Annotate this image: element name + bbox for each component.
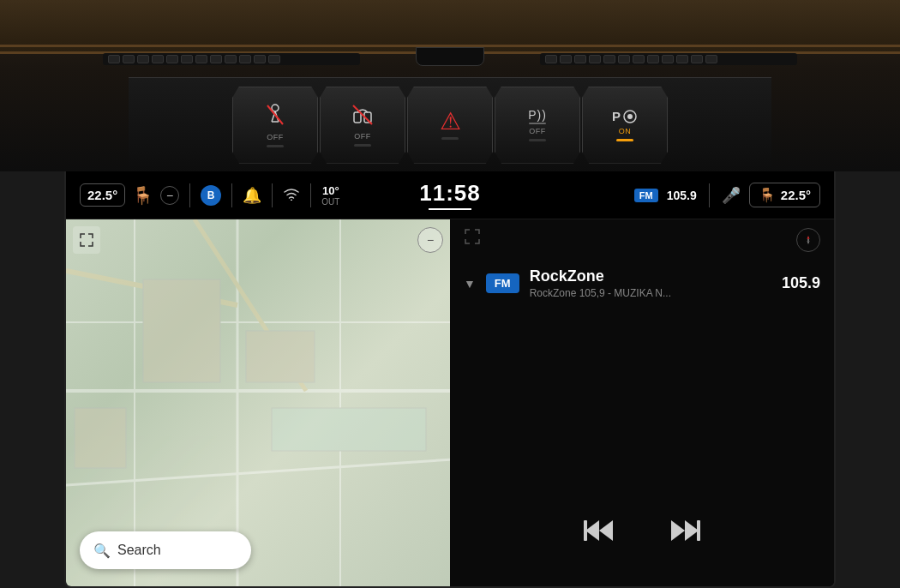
search-bar[interactable]: 🔍 Search [80,531,251,569]
station-row: ▼ FM RockZone RockZone 105,9 - MUZIKA N.… [450,261,834,306]
svg-rect-29 [697,520,700,541]
svg-point-0 [272,105,279,111]
parking-sensor-icon: P)) [528,109,547,121]
station-info: RockZone RockZone 105,9 - MUZIKA N... [530,267,771,299]
svg-rect-19 [143,279,220,382]
svg-rect-5 [354,112,361,123]
status-left: 22.5° 🪑 − B 🔔 [80,183,412,207]
bell-icon[interactable]: 🔔 [243,186,261,205]
station-name: RockZone [530,267,771,285]
leather-top [0,0,900,47]
traction-off-label: OFF [354,132,371,141]
svg-point-10 [291,199,292,201]
temp-left-box[interactable]: 22.5° [80,183,125,207]
clock-display: 11:58 [419,180,481,207]
svg-marker-25 [599,520,613,541]
fm-badge-large: FM [486,273,519,293]
media-controls [450,492,834,569]
parking-assist-icon: P [612,109,638,124]
bluetooth-icon[interactable]: B [201,185,221,206]
map-top-bar: − [73,226,443,254]
parking-assist-indicator [616,139,633,141]
next-track-button[interactable] [663,509,706,552]
svg-line-7 [353,105,372,124]
divider-3 [272,183,273,207]
seat-right-icon: 🪑 [759,187,776,203]
parking-sensor-label: OFF [529,127,546,135]
seatbelt-off-label: OFF [267,133,284,141]
seat-icon: 🪑 [132,185,153,206]
frequency-display: 105.9 [667,189,697,202]
map-panel[interactable]: − 🔍 Search [66,219,450,586]
previous-track-button[interactable] [578,509,621,552]
hazard-indicator [441,137,459,140]
outside-temp: 10° OUT [321,184,339,207]
vent-right [540,53,797,65]
map-close-icon[interactable]: − [417,227,443,253]
seatbelt-icon [265,103,285,130]
status-bar: 22.5° 🪑 − B 🔔 [66,171,834,219]
seatbelt-indicator [267,145,284,147]
svg-point-23 [807,239,809,241]
svg-marker-27 [685,520,699,541]
svg-rect-21 [75,408,126,468]
svg-marker-24 [585,520,599,541]
traction-icon [351,104,374,129]
ac-minus-icon: − [160,186,179,205]
radio-spacer [450,306,834,492]
hazard-button[interactable]: ⚠ [407,87,493,164]
svg-rect-22 [272,408,426,451]
parking-assist-button[interactable]: P ON [582,87,668,164]
clock-underline [429,208,471,210]
divider-4 [310,183,311,207]
station-frequency: 105.9 [782,274,820,292]
compass-icon[interactable] [796,228,820,252]
arrow-down-icon[interactable]: ▼ [464,277,476,291]
radio-panel: ▼ FM RockZone RockZone 105,9 - MUZIKA N.… [450,219,834,586]
map-expand-icon[interactable] [73,226,100,254]
parking-sensor-indicator [529,139,546,141]
search-label: Search [117,543,161,558]
mic-icon[interactable]: 🎤 [722,186,741,205]
svg-rect-26 [584,520,587,541]
wifi-icon [283,187,300,204]
clock-container: 11:58 [419,180,481,210]
touchscreen: 22.5° 🪑 − B 🔔 [64,171,836,588]
station-desc: RockZone 105,9 - MUZIKA N... [530,287,771,299]
svg-marker-28 [671,520,685,541]
divider-2 [231,183,232,207]
svg-point-9 [627,114,633,119]
main-content: − 🔍 Search [66,219,834,586]
hazard-icon: ⚠ [440,110,461,134]
radio-expand-icon[interactable] [464,228,481,252]
center-sensor [416,47,484,66]
seatbelt-off-button[interactable]: OFF [232,87,318,164]
traction-indicator [354,144,371,147]
parking-sensor-button[interactable]: P)) OFF [495,87,580,164]
physical-buttons-row: OFF OFF ⚠ P)) OFF [129,77,771,171]
temp-right-box[interactable]: 🪑 22.5° [749,183,820,207]
car-silhouette [529,123,546,124]
radio-top-bar [450,219,834,261]
traction-off-button[interactable]: OFF [320,87,405,164]
vent-left [103,53,360,65]
car-interior-top: OFF OFF ⚠ P)) OFF [0,0,900,171]
status-right: FM 105.9 🎤 🪑 22.5° [488,183,820,207]
divider-1 [189,183,190,207]
fm-badge-status: FM [634,189,658,202]
divider-5 [709,183,710,207]
search-icon: 🔍 [93,543,111,559]
temp-right-val: 22.5° [781,188,811,202]
parking-assist-label: ON [619,127,632,135]
bottom-spacer [450,569,834,586]
svg-rect-20 [246,331,315,382]
